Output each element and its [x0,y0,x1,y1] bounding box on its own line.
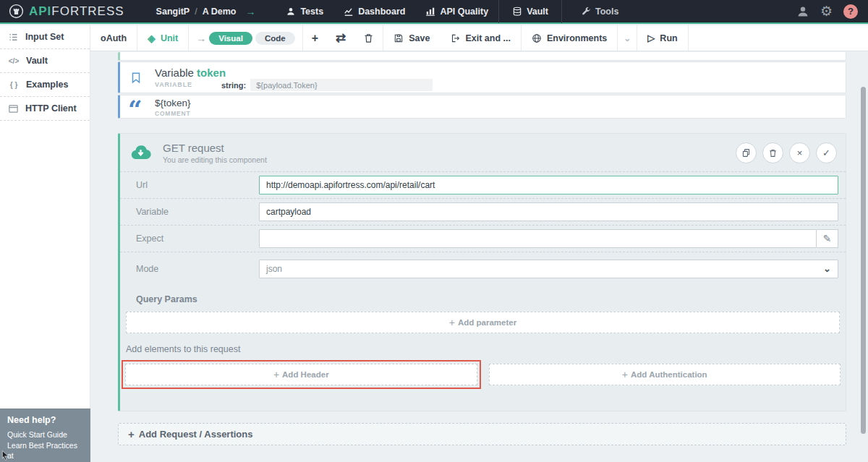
header-right-icons: ⚙ ? [796,4,868,19]
add-parameter-button[interactable]: + Add parameter [126,312,840,333]
braces-icon: { } [8,81,20,89]
query-params-heading: Query Params [136,294,846,304]
environments-button[interactable]: Environments [522,25,617,51]
variable-name: token [197,67,226,79]
person-icon [286,7,296,17]
add-authentication-button[interactable]: + Add Authentication [489,364,841,385]
unit-tab[interactable]: ◈ Unit [137,25,188,51]
variable-field-label: Variable [120,207,259,217]
nav-tests[interactable]: Tests [276,0,333,23]
request-subtitle: You are editing this component [163,155,267,164]
exit-button[interactable]: Exit and ... [440,25,521,51]
quote-icon: “ [128,97,142,121]
logo-fortress-text: FORTRESS [51,4,124,18]
help-icon[interactable]: ? [843,4,858,19]
apifortress-app: APIFORTRESS SangitP / A Demo → Tests Das… [0,0,868,462]
delete-button[interactable] [762,142,783,163]
line-chart-icon [344,7,354,17]
mode-field-row: Mode json ⌄ [120,252,846,285]
logo[interactable]: APIFORTRESS [0,4,135,19]
url-input[interactable] [259,176,838,194]
expect-field-label: Expect [120,234,259,244]
wrench-icon [581,7,591,17]
gear-icon[interactable]: ⚙ [820,4,833,18]
sidebar-item-vault[interactable]: </> Vault [0,49,90,73]
quick-start-link[interactable]: Quick Start Guide [7,429,83,440]
add-request-assertions-button[interactable]: + Add Request / Assertions [118,423,846,445]
breadcrumb[interactable]: SangitP / A Demo → [156,6,256,17]
nav-vault[interactable]: Vault [498,0,562,23]
environments-chevron-icon[interactable]: ⌄ [617,25,637,51]
comment-text: ${token} [155,98,191,108]
plus-icon: + [449,317,455,328]
run-icon: ▷ [647,33,655,43]
mode-select-value: json [266,264,282,274]
request-title: GET request [163,142,267,154]
request-actions: × ✓ [736,142,837,163]
list-icon [8,32,19,43]
save-icon [393,33,404,43]
partial-component-above[interactable] [118,52,846,61]
add-header-highlight: + Add Header [122,360,481,389]
pencil-icon[interactable]: ✎ [817,229,838,248]
variable-component-type: VARIABLE [155,81,192,88]
variable-component[interactable]: Variable token VARIABLE string: ${payloa… [118,61,846,93]
exit-icon [450,33,460,43]
mode-field-label: Mode [120,264,259,274]
test-name-tab[interactable]: oAuth [90,25,137,51]
add-elements-heading: Add elements to this request [126,344,846,354]
copy-icon [741,148,751,158]
fortress-logo-icon [9,4,24,19]
trash-icon[interactable] [354,25,383,51]
close-icon: × [797,147,803,158]
variable-string-param: string: ${payload.Token} [221,79,433,91]
expect-field-row: Expect ✎ [120,226,846,252]
database-icon [512,7,522,17]
plus-icon: + [273,369,279,380]
cloud-download-icon [129,142,152,164]
best-practices-link-line1[interactable]: Learn Best Practices at [7,440,83,461]
plus-icon: + [622,369,628,380]
breadcrumb-user: SangitP [156,7,190,17]
chevron-down-icon: ⌄ [823,267,831,270]
bookmark-icon [129,71,142,85]
plus-icon: + [128,428,135,440]
nav-api-quality[interactable]: API Quality [415,0,498,23]
sidebar-item-examples[interactable]: { } Examples [0,73,90,97]
add-header-button[interactable]: + Add Header [125,364,477,385]
comment-component[interactable]: “ ${token} COMMENT [118,95,846,119]
breadcrumb-project: A Demo [203,7,237,17]
code-tag-icon: </> [8,57,20,65]
sidebar-item-input-set[interactable]: Input Set [0,25,90,49]
header-nav: Tests Dashboard API Quality Vault Tools [276,0,629,23]
arrow-right-icon: → [189,33,209,44]
url-field-row: Url [120,172,846,199]
code-mode-toggle[interactable]: Code [255,32,295,45]
nav-dashboard[interactable]: Dashboard [333,0,415,23]
confirm-edit-button[interactable]: ✓ [816,142,837,163]
globe-icon [532,33,542,43]
bar-chart-icon [425,7,435,17]
add-component-button[interactable]: + [303,25,327,51]
run-button[interactable]: ▷ Run [637,25,687,51]
need-help-panel: Need help? Quick Start Guide Learn Best … [0,408,90,462]
duplicate-button[interactable] [736,142,757,163]
nav-tools[interactable]: Tools [562,0,629,23]
arrow-right-icon[interactable]: → [245,6,255,17]
save-button[interactable]: Save [383,25,440,51]
check-icon: ✓ [822,147,830,158]
visual-mode-toggle[interactable]: Visual [209,32,252,45]
toolbar-separator [688,25,689,51]
breadcrumb-separator: / [195,7,197,17]
top-header: APIFORTRESS SangitP / A Demo → Tests Das… [0,0,868,24]
cancel-edit-button[interactable]: × [789,142,810,163]
expect-input[interactable] [259,229,817,248]
mode-select[interactable]: json ⌄ [259,260,838,278]
vertical-scrollbar[interactable] [861,87,866,434]
reorder-icon[interactable]: ⇄ [327,25,354,51]
request-add-buttons-row: + Add Header + Add Authentication [122,360,844,389]
variable-input[interactable] [259,202,838,221]
user-avatar-icon[interactable] [796,5,809,18]
sidebar-item-http-client[interactable]: HTTP Client [0,97,90,121]
mouse-cursor [1,449,11,462]
